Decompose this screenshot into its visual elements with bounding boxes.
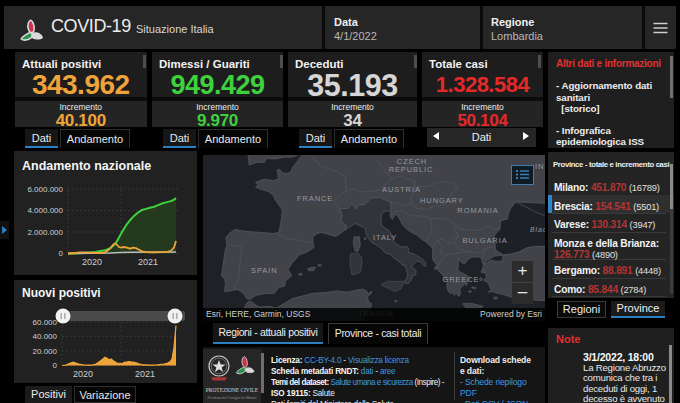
svg-text:SPAIN: SPAIN	[251, 266, 277, 275]
svg-text:PROTEZIONE CIVILE: PROTEZIONE CIVILE	[206, 387, 259, 393]
svg-text:REPUBLIC: REPUBLIC	[389, 165, 434, 174]
svg-text:GREECE: GREECE	[442, 275, 479, 284]
svg-text:ROMANIA: ROMANIA	[457, 206, 498, 215]
svg-text:Presidenza del Consiglio dei M: Presidenza del Consiglio dei Ministri	[207, 396, 256, 400]
svg-text:HUNGARY: HUNGARY	[420, 196, 464, 205]
svg-text:ITALY: ITALY	[373, 233, 397, 242]
svg-text:AUSTRIA: AUSTRIA	[382, 185, 421, 194]
svg-text:IN: IN	[535, 162, 544, 171]
svg-text:BULGARIA: BULGARIA	[462, 236, 507, 245]
svg-text:Blac: Blac	[530, 226, 545, 233]
svg-text:FRANCE: FRANCE	[297, 194, 333, 203]
